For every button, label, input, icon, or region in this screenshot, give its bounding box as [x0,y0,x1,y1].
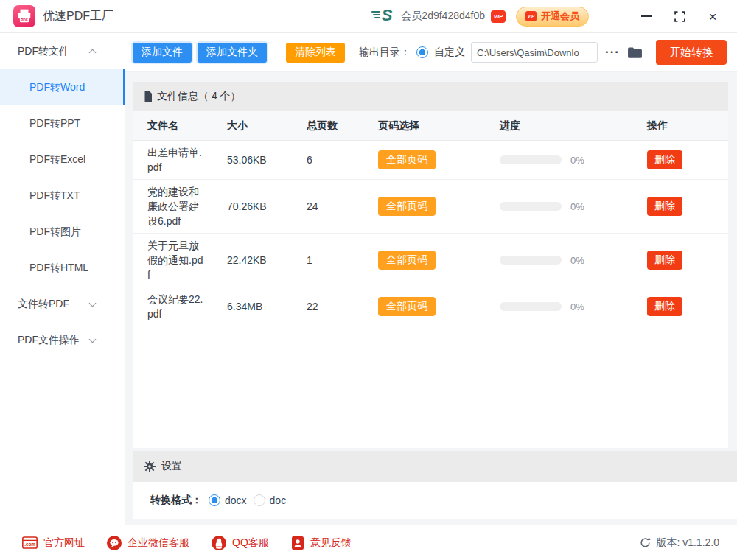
page-select-button[interactable]: 全部页码 [378,297,436,316]
progress-cell: 0% [500,255,647,266]
vip-mini-icon: VIP [525,11,537,21]
page-select-button[interactable]: 全部页码 [378,150,436,169]
delete-button[interactable]: 删除 [647,251,682,270]
svg-text:.com: .com [24,542,35,547]
wechat-support-label: 企业微信客服 [128,536,189,550]
menu-icon[interactable] [607,10,620,23]
file-pages: 22 [307,301,378,312]
maximize-icon[interactable] [673,10,686,23]
progress-cell: 0% [500,155,647,166]
format-row: 转换格式： docx doc [133,482,737,519]
sidebar-item-pdf-to-html[interactable]: PDF转HTML [0,250,125,286]
table-row: 党的建设和廉政公署建设6.pdf 70.26KB 24 全部页码 0% 删除 [133,180,728,234]
sidebar-item-pdf-to-ppt[interactable]: PDF转PPT [0,105,125,141]
chevron-down-icon [89,335,97,343]
col-pages: 总页数 [307,119,378,133]
open-folder-button[interactable] [627,46,643,59]
format-option-docx[interactable]: docx [209,494,247,506]
sidebar-item-pdf-to-word[interactable]: PDF转Word [0,69,125,105]
chevron-up-icon [89,49,97,57]
avatar-letter: S [382,6,393,24]
sidebar-item-label: PDF转TXT [29,189,80,203]
sidebar-item-pdf-to-excel[interactable]: PDF转Excel [0,141,125,178]
custom-dir-label: 自定义 [434,46,465,59]
member-name: 会员2d9f428d4f0b [401,10,485,23]
app-brand: PDF 优速PDF工厂 [0,5,113,27]
minimize-icon[interactable] [640,10,653,23]
sidebar-section-file-to-pdf[interactable]: 文件转PDF [0,286,125,322]
sidebar-section-pdf-to-file[interactable]: PDF转文件 [0,33,125,69]
logo-pdf-text: PDF [21,18,28,22]
progress-cell: 0% [500,201,647,212]
footer: .com 官方网址 企业微信客服 QQ客服 [0,525,737,560]
add-file-button[interactable]: 添加文件 [133,43,192,63]
browse-more-button[interactable]: ··· [604,45,621,60]
radio-doc[interactable] [254,494,265,506]
format-docx-label: docx [225,494,247,506]
folder-icon [627,46,643,59]
progress-cell: 0% [500,301,647,312]
file-pages: 24 [307,200,378,212]
official-website-link[interactable]: .com 官方网址 [22,536,85,550]
delete-button[interactable]: 删除 [647,150,682,169]
sidebar-item-pdf-to-txt[interactable]: PDF转TXT [0,178,125,214]
page-select-button[interactable]: 全部页码 [378,251,436,270]
sidebar-item-pdf-to-image[interactable]: PDF转图片 [0,214,125,250]
wechat-icon [107,536,122,550]
app-logo-icon: PDF [13,5,35,27]
file-info-panel: 文件信息（ 4 个） 文件名 大小 总页数 页码选择 进度 操作 出差申请单.p… [133,82,728,448]
file-name: 党的建设和廉政公署建设6.pdf [147,184,205,228]
progress-percent: 0% [570,301,584,312]
format-doc-label: doc [270,494,287,506]
delete-button[interactable]: 删除 [647,297,682,316]
start-convert-button[interactable]: 开始转换 [656,40,727,65]
main-content: 添加文件 添加文件夹 清除列表 输出目录： 自定义 ··· 开始转换 [125,33,737,525]
settings-header: 设置 [133,451,737,482]
delete-button[interactable]: 删除 [647,197,682,216]
col-size: 大小 [227,119,307,133]
file-name: 会议纪要22.pdf [147,292,205,321]
table-row: 出差申请单.pdf 53.06KB 6 全部页码 0% 删除 [133,141,728,180]
titlebar-right: S 会员2d9f428d4f0b VIP VIP 开通会员 × [371,5,737,27]
file-name: 出差申请单.pdf [147,145,205,175]
toolbar: 添加文件 添加文件夹 清除列表 输出目录： 自定义 ··· 开始转换 [125,33,737,72]
sidebar: PDF转文件 PDF转Word PDF转PPT PDF转Excel PDF转TX… [0,33,125,525]
file-info-title: 文件信息（ 4 个） [157,90,241,103]
upgrade-vip-button[interactable]: VIP 开通会员 [516,7,589,27]
col-filename: 文件名 [147,119,227,133]
file-pages: 6 [307,154,378,166]
file-size: 53.06KB [227,154,307,166]
qq-icon [212,536,226,550]
vip-badge-icon: VIP [491,10,506,23]
upgrade-vip-label: 开通会员 [541,10,579,23]
settings-title: 设置 [161,460,182,473]
refresh-icon [640,537,651,548]
table-header: 文件名 大小 总页数 页码选择 进度 操作 [133,111,728,141]
chevron-down-icon [89,299,97,307]
qq-support-link[interactable]: QQ客服 [212,536,269,550]
version-label: 版本: v1.1.2.0 [656,536,719,550]
app-title: 优速PDF工厂 [43,9,113,24]
custom-dir-radio[interactable] [416,46,428,58]
progress-bar [500,256,562,265]
version-info: 版本: v1.1.2.0 [640,536,719,550]
wechat-support-link[interactable]: 企业微信客服 [107,536,189,550]
add-folder-button[interactable]: 添加文件夹 [198,43,267,63]
file-size: 6.34MB [227,301,307,312]
format-option-doc[interactable]: doc [254,494,287,506]
sidebar-section-label: PDF文件操作 [18,334,80,347]
sidebar-section-pdf-operations[interactable]: PDF文件操作 [0,322,125,358]
table-row: 关于元旦放假的通知.pdf 22.42KB 1 全部页码 0% 删除 [133,234,728,287]
sidebar-item-label: PDF转图片 [29,225,81,239]
close-icon[interactable]: × [706,10,719,23]
file-size: 70.26KB [227,200,307,212]
output-path-input[interactable] [471,42,598,63]
file-name: 关于元旦放假的通知.pdf [147,238,205,282]
window-controls: × [607,10,719,23]
feedback-link[interactable]: 意见反馈 [291,536,352,550]
app-window: PDF 优速PDF工厂 S 会员2d9f428d4f0b [0,0,737,560]
page-select-button[interactable]: 全部页码 [378,197,436,216]
member-info[interactable]: S 会员2d9f428d4f0b VIP [371,5,506,27]
clear-list-button[interactable]: 清除列表 [286,43,345,63]
radio-docx[interactable] [209,494,220,506]
